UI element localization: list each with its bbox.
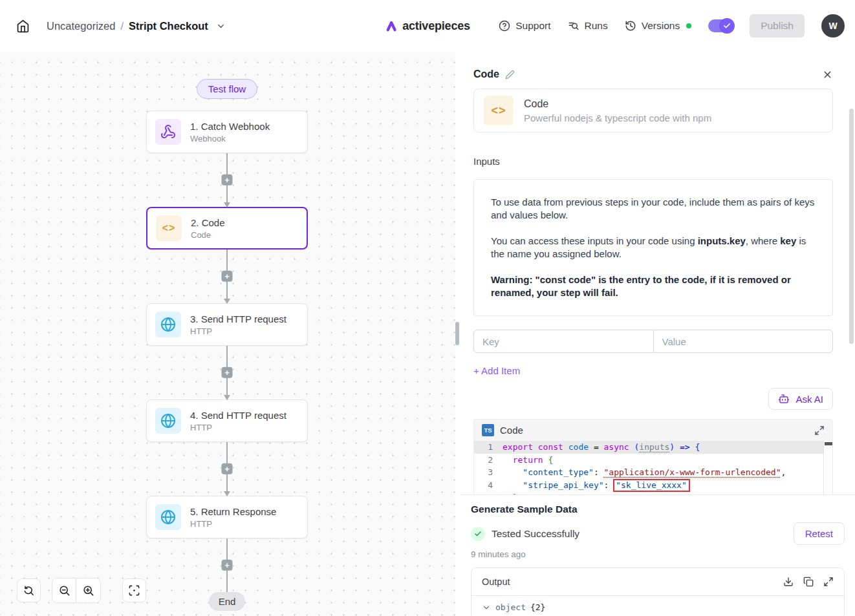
- code-line: 3 "content_type": "application/x-www-for…: [474, 466, 823, 479]
- output-label: Output: [482, 577, 510, 587]
- panel-title: Code: [473, 69, 499, 80]
- step-settings-panel: Code <> Code Powerful nodejs & typescrip…: [460, 52, 855, 616]
- breadcrumb-folder[interactable]: Uncategorized: [47, 20, 115, 32]
- zoom-out-icon: [58, 584, 70, 597]
- reset-zoom-button[interactable]: [17, 579, 41, 602]
- robot-icon: [778, 393, 790, 405]
- key-input[interactable]: [473, 330, 654, 353]
- add-item-link[interactable]: + Add Item: [473, 365, 520, 376]
- panel-divider: [455, 52, 460, 616]
- code-editor-scrollbar-thumb[interactable]: [825, 442, 832, 445]
- typescript-icon: TS: [482, 424, 494, 436]
- version-status-dot: [686, 23, 691, 28]
- step-subtitle: Webhook: [190, 134, 270, 143]
- add-step-button[interactable]: +: [222, 463, 233, 474]
- step-subtitle: Code: [191, 230, 225, 240]
- expand-output-icon[interactable]: [823, 577, 834, 587]
- publish-button[interactable]: Publish: [750, 14, 805, 37]
- step-card-code[interactable]: <> 2. Code Code: [146, 207, 308, 250]
- home-icon: [16, 19, 30, 33]
- piece-name: Code: [524, 98, 711, 110]
- avatar[interactable]: W: [821, 14, 845, 37]
- step-subtitle: HTTP: [190, 326, 287, 336]
- support-link[interactable]: Support: [499, 20, 550, 32]
- connector: +: [226, 346, 228, 399]
- output-box: Output object {2}: [471, 568, 845, 616]
- versions-label: Versions: [642, 20, 680, 32]
- flow-canvas[interactable]: Test flow 1. Catch Webhook Webhook + <> …: [0, 52, 455, 616]
- add-step-button[interactable]: +: [222, 174, 233, 185]
- step-card-catch-webhook[interactable]: 1. Catch Webhook Webhook: [146, 111, 308, 153]
- reset-zoom-icon: [23, 584, 35, 597]
- globe-icon: [155, 312, 181, 337]
- code-editor[interactable]: TS Code 1export const code = async (inpu…: [473, 419, 833, 494]
- info-paragraph-1: To use data from previous steps in your …: [491, 196, 816, 222]
- panel-scrollbar-thumb[interactable]: [849, 109, 854, 344]
- add-step-button[interactable]: +: [222, 559, 233, 570]
- expand-icon[interactable]: [814, 425, 825, 436]
- ask-ai-button[interactable]: Ask AI: [768, 388, 833, 410]
- piece-info-card: <> Code Powerful nodejs & typescript cod…: [473, 89, 833, 133]
- add-step-button[interactable]: +: [222, 270, 233, 281]
- fit-to-view-icon: [128, 584, 140, 597]
- top-bar: Uncategorized / Stript Checkout activepi…: [0, 0, 855, 52]
- step-title: 2. Code: [191, 217, 225, 228]
- test-flow-button[interactable]: Test flow: [197, 79, 257, 99]
- runs-link[interactable]: Runs: [568, 20, 608, 32]
- step-subtitle: HTTP: [190, 519, 276, 529]
- zoom-out-button[interactable]: [52, 579, 76, 602]
- versions-link[interactable]: Versions: [625, 20, 680, 32]
- edit-name-icon[interactable]: [505, 70, 515, 80]
- panel-resize-handle[interactable]: [455, 322, 459, 345]
- flow-enabled-toggle[interactable]: [708, 19, 733, 32]
- step-card-http-4[interactable]: 4. Send HTTP request HTTP: [146, 399, 308, 442]
- breadcrumb-flow-name[interactable]: Stript Checkout: [129, 20, 208, 32]
- retest-button[interactable]: Retest: [794, 522, 845, 545]
- close-icon[interactable]: [822, 69, 833, 80]
- zoom-in-icon: [82, 584, 94, 597]
- generate-sample-data-section: Generate Sample Data Tested Successfully…: [460, 494, 855, 616]
- output-tree-row[interactable]: object {2}: [471, 595, 844, 616]
- step-subtitle: HTTP: [190, 423, 287, 432]
- webhook-icon: [155, 119, 181, 145]
- value-input[interactable]: [653, 330, 834, 353]
- info-paragraph-2: You can access these inputs in your code…: [491, 235, 816, 260]
- piece-description: Powerful nodejs & typescript code with n…: [524, 112, 711, 123]
- connector: +: [226, 153, 228, 207]
- arrow-down: [224, 299, 230, 304]
- code-editor-scrollbar[interactable]: [823, 441, 832, 494]
- step-title: 3. Send HTTP request: [190, 313, 287, 324]
- step-title: 5. Return Response: [190, 506, 276, 517]
- breadcrumb: Uncategorized / Stript Checkout: [47, 20, 226, 32]
- home-button[interactable]: [10, 14, 35, 38]
- zoom-in-button[interactable]: [76, 579, 100, 602]
- code-icon: <>: [156, 215, 182, 241]
- logo-text: activepieces: [402, 19, 470, 33]
- download-icon[interactable]: [783, 577, 794, 587]
- test-status-text: Tested Successfully: [492, 528, 579, 540]
- fit-to-view-button[interactable]: [122, 579, 146, 602]
- chevron-down-icon[interactable]: [216, 21, 226, 31]
- app-logo: activepieces: [385, 19, 470, 33]
- api-key-annotation: "sk_live_xxxx": [613, 479, 690, 492]
- code-line: 4 "stripe_api_key": "sk_live_xxxx": [474, 479, 823, 492]
- add-step-button[interactable]: +: [222, 366, 233, 377]
- code-piece-icon: <>: [484, 96, 514, 125]
- canvas-toolbar: [17, 578, 146, 603]
- toggle-thumb: [719, 18, 735, 34]
- code-editor-header: TS Code: [474, 420, 832, 441]
- step-card-return-response[interactable]: 5. Return Response HTTP: [146, 496, 308, 538]
- step-card-http-3[interactable]: 3. Send HTTP request HTTP: [146, 303, 308, 346]
- step-title: 1. Catch Webhook: [190, 121, 270, 132]
- test-timestamp: 9 minutes ago: [471, 549, 845, 559]
- connector: +: [226, 538, 228, 592]
- breadcrumb-separator: /: [120, 20, 124, 32]
- zoom-button-group: [52, 578, 101, 603]
- chevron-down-icon[interactable]: [482, 603, 491, 612]
- key-value-row: [473, 330, 833, 353]
- end-node: End: [209, 592, 246, 611]
- inputs-section-label: Inputs: [473, 156, 833, 167]
- code-editor-title: Code: [500, 425, 523, 436]
- copy-icon[interactable]: [803, 577, 814, 587]
- code-editor-body[interactable]: 1export const code = async (inputs) => {…: [474, 441, 832, 494]
